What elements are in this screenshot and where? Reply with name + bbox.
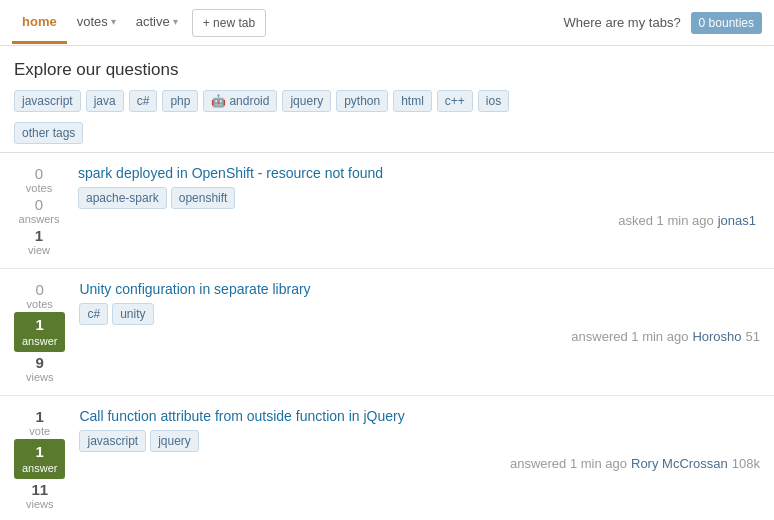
tag-javascript[interactable]: javascript (14, 90, 81, 112)
chevron-down-icon: ▾ (111, 16, 116, 27)
question-item: 0 votes 0 answers 1 view spark deployed … (0, 153, 774, 269)
nav-tab-votes-label: votes (77, 14, 108, 29)
question-meta: asked 1 min ago jonas1 (78, 213, 760, 228)
meta-action: answered 1 min ago (571, 329, 688, 344)
answer-count: 0 (35, 196, 43, 213)
view-stat-group: 1 view (15, 227, 63, 256)
tags-row: javascript java c# php 🤖android jquery p… (14, 90, 760, 112)
where-tabs-link[interactable]: Where are my tabs? (564, 15, 681, 30)
answer-badge: 1 answer (14, 312, 65, 352)
meta-user[interactable]: Rory McCrossan (631, 456, 728, 471)
view-count: 9 (36, 354, 44, 371)
question-meta: answered 1 min ago Rory McCrossan 108k (79, 456, 760, 471)
question-item: 1 vote 1 answer 11 views Call function a… (0, 396, 774, 520)
answer-badge: 1 answer (14, 439, 65, 479)
answer-stat-group: 0 answers (15, 196, 63, 225)
meta-action: answered 1 min ago (510, 456, 627, 471)
vote-label: votes (27, 298, 53, 310)
meta-rep: 108k (732, 456, 760, 471)
other-tags-button[interactable]: other tags (14, 122, 83, 144)
tag-cpp[interactable]: c++ (437, 90, 473, 112)
view-label: views (26, 371, 54, 383)
meta-action: asked 1 min ago (618, 213, 713, 228)
explore-title: Explore our questions (14, 60, 178, 80)
question-tags: apache-sparkopenshift (78, 187, 760, 209)
view-count: 11 (31, 481, 48, 498)
answer-label: answer (22, 462, 57, 474)
vote-stat-group: 0 votes (16, 281, 64, 310)
answer-count: 1 (22, 316, 57, 333)
answer-stat-group: 1 answer (14, 439, 65, 479)
tag-csharp[interactable]: c# (129, 90, 158, 112)
answer-label: answers (19, 213, 60, 225)
tag-java[interactable]: java (86, 90, 124, 112)
meta-user[interactable]: jonas1 (718, 213, 756, 228)
nav-tab-home[interactable]: home (12, 2, 67, 44)
question-stats: 1 vote 1 answer 11 views (14, 408, 65, 510)
question-stats: 0 votes 1 answer 9 views (14, 281, 65, 383)
tag-android[interactable]: 🤖android (203, 90, 277, 112)
question-meta: answered 1 min ago Horosho 51 (79, 329, 760, 344)
question-content: Unity configuration in separate library … (79, 281, 760, 383)
android-icon: 🤖 (211, 94, 226, 108)
question-tags: javascriptjquery (79, 430, 760, 452)
answer-label: answer (22, 335, 57, 347)
question-title[interactable]: Unity configuration in separate library (79, 281, 760, 297)
question-tag[interactable]: c# (79, 303, 108, 325)
vote-label: vote (29, 425, 50, 437)
question-title[interactable]: spark deployed in OpenShift - resource n… (78, 165, 760, 181)
nav-tab-votes[interactable]: votes ▾ (67, 2, 126, 44)
meta-rep: 51 (746, 329, 760, 344)
vote-stat-group: 1 vote (16, 408, 64, 437)
questions-list: 0 votes 0 answers 1 view spark deployed … (0, 153, 774, 520)
question-title[interactable]: Call function attribute from outside fun… (79, 408, 760, 424)
question-tag[interactable]: javascript (79, 430, 146, 452)
question-tags: c#unity (79, 303, 760, 325)
vote-stat-group: 0 votes (15, 165, 63, 194)
tag-html[interactable]: html (393, 90, 432, 112)
question-stats: 0 votes 0 answers 1 view (14, 165, 64, 256)
view-count: 1 (35, 227, 43, 244)
other-tags-row: other tags (14, 117, 760, 144)
chevron-down-icon: ▾ (173, 16, 178, 27)
meta-user[interactable]: Horosho (692, 329, 741, 344)
tag-php[interactable]: php (162, 90, 198, 112)
view-stat-group: 11 views (16, 481, 64, 510)
answer-stat-group: 1 answer (14, 312, 65, 352)
view-label: views (26, 498, 54, 510)
tag-python[interactable]: python (336, 90, 388, 112)
nav-tab-active[interactable]: active ▾ (126, 2, 188, 44)
view-stat-group: 9 views (16, 354, 64, 383)
tag-jquery[interactable]: jquery (282, 90, 331, 112)
question-item: 0 votes 1 answer 9 views Unity configura… (0, 269, 774, 396)
vote-count: 1 (36, 408, 44, 425)
question-content: spark deployed in OpenShift - resource n… (78, 165, 760, 256)
vote-count: 0 (35, 165, 43, 182)
question-tag[interactable]: apache-spark (78, 187, 167, 209)
new-tab-button[interactable]: + new tab (192, 9, 266, 37)
answer-count: 1 (22, 443, 57, 460)
nav-tab-home-label: home (22, 14, 57, 29)
explore-section: Explore our questions javascript java c#… (0, 46, 774, 153)
question-content: Call function attribute from outside fun… (79, 408, 760, 510)
nav-right: Where are my tabs? 0 bounties (564, 12, 762, 34)
question-tag[interactable]: jquery (150, 430, 199, 452)
tag-ios[interactable]: ios (478, 90, 509, 112)
vote-count: 0 (36, 281, 44, 298)
nav-tab-active-label: active (136, 14, 170, 29)
question-tag[interactable]: openshift (171, 187, 236, 209)
vote-label: votes (26, 182, 52, 194)
top-nav: home votes ▾ active ▾ + new tab Where ar… (0, 0, 774, 46)
question-tag[interactable]: unity (112, 303, 153, 325)
bounties-button[interactable]: 0 bounties (691, 12, 762, 34)
view-label: view (28, 244, 50, 256)
